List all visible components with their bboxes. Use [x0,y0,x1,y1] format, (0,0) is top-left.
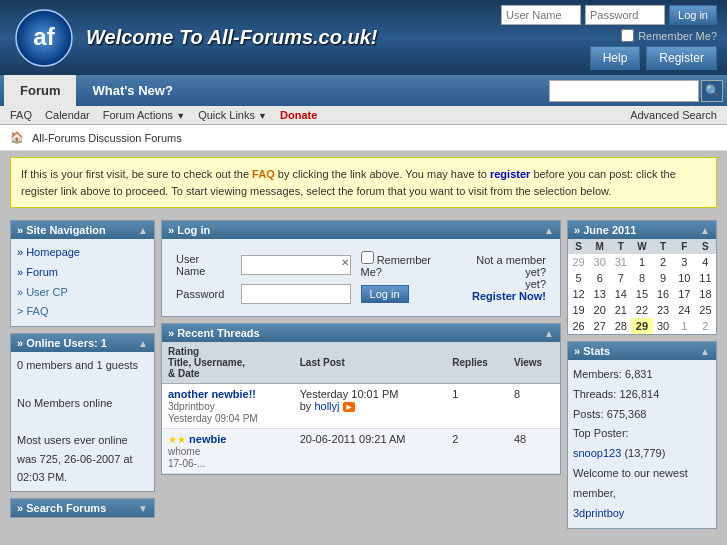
cal-cell[interactable]: 6 [589,270,610,286]
recent-threads-collapse[interactable]: ▲ [544,328,554,339]
cal-cell[interactable]: 1 [631,254,652,270]
cal-cell[interactable]: 25 [695,302,716,318]
notice-text-2: by clicking the link above. You may have… [275,168,490,180]
col-views: Views [508,342,560,384]
site-navigation-collapse[interactable]: ▲ [138,225,148,236]
cal-row-5: 26 27 28 29 30 1 2 [568,318,716,334]
clear-username-icon[interactable]: ✕ [341,257,349,268]
stats-top-poster-link[interactable]: snoop123 [573,447,621,459]
cal-cell[interactable]: 7 [610,270,631,286]
cal-days-header: S M T W T F S [568,239,716,254]
register-button[interactable]: Register [646,46,717,70]
cal-cell[interactable]: 5 [568,270,589,286]
nav-search-input[interactable] [549,80,699,102]
breadcrumb-path: All-Forums Discussion Forums [32,132,182,144]
stats-members-value: 6,831 [625,368,653,380]
cal-cell[interactable]: 26 [568,318,589,334]
cal-cell[interactable]: 24 [674,302,695,318]
calendar-header: » June 2011 ▲ [568,221,716,239]
search-forums-collapse[interactable]: ▼ [138,503,148,514]
subnav-donate[interactable]: Donate [280,109,317,121]
stats-members-label: Members: [573,368,622,380]
stats-threads-label: Threads: [573,388,616,400]
stats-newest-member-link[interactable]: 3dprintboy [573,507,624,519]
cal-cell[interactable]: 13 [589,286,610,302]
online-users-header: » Online Users: 1 ▲ [11,334,154,352]
cal-cell[interactable]: 20 [589,302,610,318]
cal-cell[interactable]: 30 [653,318,674,334]
cal-cell[interactable]: 22 [631,302,652,318]
stats-threads-value: 126,814 [619,388,659,400]
nav-faq[interactable]: > FAQ [17,302,148,322]
subnav-quick-links[interactable]: Quick Links ▼ [198,109,267,121]
cal-cell[interactable]: 30 [589,254,610,270]
advanced-search-link[interactable]: Advanced Search [630,109,717,121]
cal-cell[interactable]: 8 [631,270,652,286]
tab-whats-new[interactable]: What's New? [76,75,188,106]
home-icon[interactable]: 🏠 [10,131,24,144]
cal-cell[interactable]: 4 [695,254,716,270]
cal-cell[interactable]: 2 [695,318,716,334]
cal-cell[interactable]: 27 [589,318,610,334]
header-password-input[interactable] [585,5,665,25]
login-remember-checkbox[interactable] [361,251,374,264]
login-submit-button[interactable]: Log in [361,285,409,303]
thread-lastpost-2: 20-06-2011 09:21 AM [294,429,447,474]
cal-day-s1: S [568,239,589,254]
online-users-collapse[interactable]: ▲ [138,338,148,349]
notice-faq-link[interactable]: FAQ [252,168,275,180]
cal-cell[interactable]: 15 [631,286,652,302]
cal-cell[interactable]: 2 [653,254,674,270]
thread-link-2[interactable]: newbie [189,433,226,445]
breadcrumb: 🏠 All-Forums Discussion Forums [0,125,727,151]
online-users-body: 0 members and 1 guests No Members online… [11,352,154,491]
header-username-input[interactable] [501,5,581,25]
login-username-input[interactable] [241,255,351,275]
nav-homepage[interactable]: » Homepage [17,243,148,263]
site-navigation-header: » Site Navigation ▲ [11,221,154,239]
cal-cell[interactable]: 12 [568,286,589,302]
thread-lastpost-user-1[interactable]: hollyj [314,400,339,412]
subnav-faq[interactable]: FAQ [10,109,32,121]
header-login-button[interactable]: Log in [669,5,717,25]
tab-forum[interactable]: Forum [4,75,76,106]
nav-search-button[interactable]: 🔍 [701,80,723,102]
notice-register-link[interactable]: register [490,168,530,180]
username-input-wrapper: ✕ [241,255,351,275]
notice-text-1: If this is your first visit, be sure to … [21,168,252,180]
login-password-input[interactable] [241,284,351,304]
remember-me-checkbox[interactable] [621,29,634,42]
login-box-collapse[interactable]: ▲ [544,225,554,236]
recent-threads-box: » Recent Threads ▲ RatingTitle, Username… [161,323,561,475]
cal-cell[interactable]: 16 [653,286,674,302]
cal-cell[interactable]: 21 [610,302,631,318]
recent-threads-header: » Recent Threads ▲ [162,324,560,342]
subnav-forum-actions[interactable]: Forum Actions ▼ [103,109,185,121]
online-users-no-members: No Members online [17,394,148,413]
not-member-yet: yet? [525,278,546,290]
cal-cell[interactable]: 18 [695,286,716,302]
cal-cell[interactable]: 1 [674,318,695,334]
recent-threads-body: RatingTitle, Username,& Date Last Post R… [162,342,560,474]
nav-forum[interactable]: » Forum [17,263,148,283]
cal-cell[interactable]: 9 [653,270,674,286]
help-button[interactable]: Help [590,46,641,70]
cal-cell[interactable]: 29 [568,254,589,270]
cal-cell[interactable]: 28 [610,318,631,334]
cal-cell[interactable]: 19 [568,302,589,318]
nav-usercp[interactable]: » User CP [17,283,148,303]
stats-top-poster-label: Top Poster: [573,427,629,439]
stats-collapse[interactable]: ▲ [700,346,710,357]
subnav-calendar[interactable]: Calendar [45,109,90,121]
cal-cell[interactable]: 3 [674,254,695,270]
register-now-link[interactable]: Register Now! [472,290,546,302]
calendar-collapse[interactable]: ▲ [700,225,710,236]
cal-today cal-cell[interactable]: 29 [631,318,652,334]
cal-cell[interactable]: 23 [653,302,674,318]
cal-cell[interactable]: 11 [695,270,716,286]
cal-cell[interactable]: 17 [674,286,695,302]
cal-cell[interactable]: 10 [674,270,695,286]
cal-cell[interactable]: 31 [610,254,631,270]
thread-link-1[interactable]: another newbie!! [168,388,256,400]
cal-cell[interactable]: 14 [610,286,631,302]
